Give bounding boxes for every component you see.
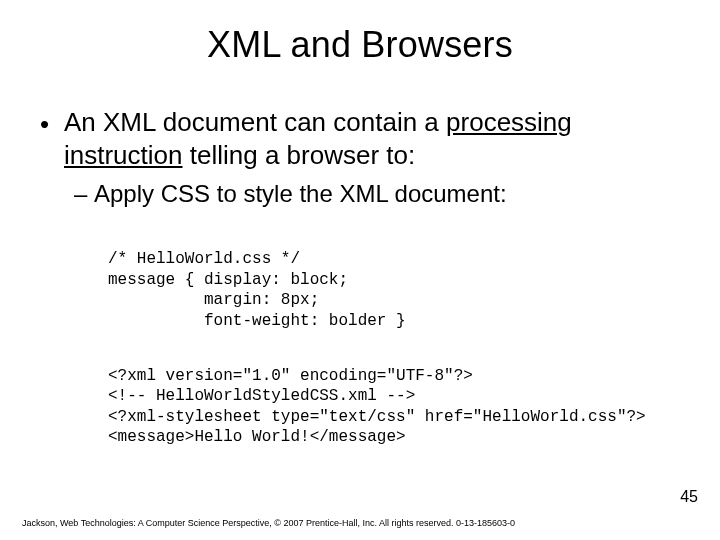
code-line: <!-- HelloWorldStyledCSS.xml -->	[108, 387, 415, 405]
bullet-text-pre: An XML document can contain a	[64, 107, 446, 137]
bullet-dash-icon: –	[74, 179, 94, 209]
bullet-level-1: • An XML document can contain a processi…	[40, 106, 680, 171]
code-line: <?xml version="1.0" encoding="UTF-8"?>	[108, 367, 473, 385]
code-line: font-weight: bolder }	[108, 312, 406, 330]
slide-title: XML and Browsers	[0, 0, 720, 66]
bullet-level-2: – Apply CSS to style the XML document:	[74, 179, 680, 209]
code-line: margin: 8px;	[108, 291, 319, 309]
slide: XML and Browsers • An XML document can c…	[0, 0, 720, 540]
footer-text: Jackson, Web Technologies: A Computer Sc…	[22, 518, 515, 528]
code-line: <message>Hello World!</message>	[108, 428, 406, 446]
code-line: /* HelloWorld.css */	[108, 250, 300, 268]
code-block: /* HelloWorld.css */ message { display: …	[108, 229, 680, 468]
bullet-text-post: telling a browser to:	[183, 140, 416, 170]
slide-body: • An XML document can contain a processi…	[0, 66, 720, 468]
code-line: message { display: block;	[108, 271, 348, 289]
bullet-dot-icon: •	[40, 106, 64, 141]
page-number: 45	[680, 488, 698, 506]
bullet-text: An XML document can contain a processing…	[64, 106, 680, 171]
bullet2-text: Apply CSS to style the XML document:	[94, 179, 680, 209]
code-line: <?xml-stylesheet type="text/css" href="H…	[108, 408, 646, 426]
